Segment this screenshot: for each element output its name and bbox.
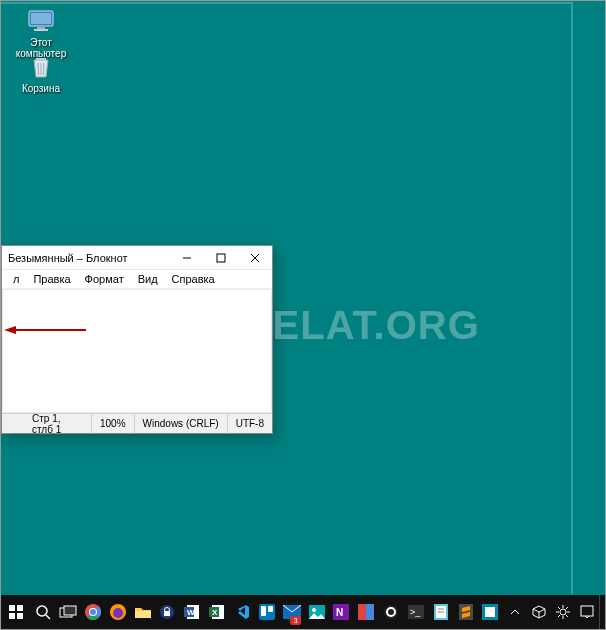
status-zoom: 100% [91,414,134,433]
svg-line-19 [46,615,50,619]
svg-rect-41 [268,606,273,612]
svg-point-44 [312,608,316,612]
desktop-icon-label: Корзина [22,83,60,94]
svg-text:W: W [187,608,195,617]
svg-rect-9 [217,254,225,262]
notifications-icon [580,605,594,619]
svg-point-61 [560,609,566,615]
menubar: л Правка Формат Вид Справка [2,270,272,289]
terminal-icon: >_ [408,605,424,619]
menu-view[interactable]: Вид [133,272,163,286]
tray-cube[interactable] [527,595,551,629]
taskbar-app-notepad[interactable] [428,595,453,629]
svg-rect-16 [9,613,15,619]
svg-rect-3 [34,29,48,31]
svg-rect-15 [17,605,23,611]
taskbar-app-trello[interactable] [254,595,279,629]
cube-icon [532,605,546,619]
show-desktop[interactable] [599,595,605,629]
lock-icon [159,604,175,620]
sublime-icon [459,604,473,620]
window-title: Безымянный – Блокнот [8,252,128,264]
taskbar-app-chrome[interactable] [81,595,106,629]
maximize-button[interactable] [204,246,238,269]
menu-format[interactable]: Формат [80,272,129,286]
vscode-icon [234,604,250,620]
svg-rect-2 [37,27,45,29]
svg-text:N: N [336,607,343,618]
taskbar-app-totalcmd[interactable] [354,595,379,629]
action-center[interactable] [575,595,599,629]
taskbar-app-excel[interactable]: X [205,595,230,629]
svg-rect-70 [581,606,593,616]
notepad-window[interactable]: Безымянный – Блокнот л Правка Формат Вид… [1,245,273,434]
desktop-icon-recycle-bin[interactable]: Корзина [11,53,71,94]
svg-rect-4 [36,58,46,61]
svg-rect-48 [358,604,366,620]
status-pos: Стр 1, стлб 1 [2,414,91,433]
status-enc: UTF-8 [227,414,272,433]
close-button[interactable] [238,246,272,269]
search-icon [35,604,51,620]
word-icon: W [183,603,201,621]
desktop-icon-this-pc[interactable]: Этоткомпьютер [11,7,71,59]
obs-icon [383,604,399,620]
start-button[interactable] [1,595,31,629]
svg-text:>_: >_ [410,607,421,617]
svg-rect-58 [459,604,473,620]
taskbar: W X N >_ [1,595,605,629]
svg-rect-21 [64,606,76,615]
svg-line-7 [44,63,45,75]
taskbar-app-keepass[interactable] [155,595,180,629]
taskbar-app-generic[interactable] [478,595,503,629]
app-icon [482,604,498,620]
tray-overflow[interactable] [503,595,527,629]
svg-rect-29 [135,611,151,618]
svg-rect-40 [261,606,266,616]
taskbar-app-terminal[interactable]: >_ [403,595,428,629]
note-icon: N [333,604,349,620]
taskbar-app-sublime[interactable] [453,595,478,629]
menu-help[interactable]: Справка [167,272,220,286]
menu-file[interactable]: л [8,272,24,286]
trash-icon [27,53,55,81]
svg-line-69 [558,615,560,617]
svg-text:X: X [212,608,218,617]
annotation-arrow [4,325,84,333]
svg-rect-49 [366,604,374,620]
svg-line-67 [566,615,568,617]
svg-line-66 [558,607,560,609]
tray-settings[interactable] [551,595,575,629]
taskbar-app-onenote[interactable]: N [329,595,354,629]
taskbar-app-gallery[interactable] [304,595,329,629]
svg-line-68 [566,607,568,609]
text-area[interactable] [2,289,272,413]
mail-icon [283,605,301,619]
minimize-button[interactable] [170,246,204,269]
folder-icon [134,605,152,619]
system-tray [503,595,605,629]
firefox-icon [109,603,127,621]
notepad-icon [434,604,448,620]
titlebar[interactable]: Безымянный – Блокнот [2,246,272,270]
svg-point-26 [90,609,96,615]
taskbar-app-mail[interactable] [279,595,304,629]
excel-icon: X [208,603,226,621]
taskbar-app-word[interactable]: W [180,595,205,629]
svg-rect-32 [164,611,170,616]
taskbar-app-vscode[interactable] [230,595,255,629]
svg-rect-14 [9,605,15,611]
board-icon [259,604,275,620]
svg-marker-13 [4,326,16,334]
dual-pane-icon [358,604,374,620]
gear-icon [556,605,570,619]
chevron-up-icon [510,607,520,617]
menu-edit[interactable]: Правка [28,272,75,286]
taskbar-app-obs[interactable] [379,595,404,629]
taskview-icon [59,605,77,619]
taskview-button[interactable] [56,595,81,629]
taskbar-app-firefox[interactable] [105,595,130,629]
search-button[interactable] [31,595,56,629]
taskbar-app-explorer[interactable] [130,595,155,629]
status-eol: Windows (CRLF) [134,414,227,433]
